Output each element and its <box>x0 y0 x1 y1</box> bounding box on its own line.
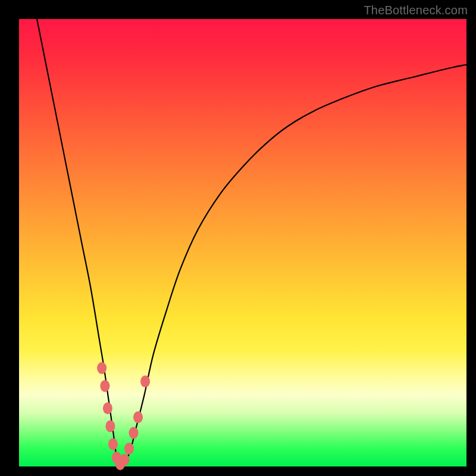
sample-point <box>108 438 118 450</box>
sample-point <box>124 443 134 455</box>
plot-area <box>19 19 466 466</box>
sample-point <box>103 402 112 414</box>
sample-point <box>129 427 139 439</box>
sample-point <box>97 362 107 374</box>
sample-point <box>140 375 150 387</box>
chart-svg <box>19 19 466 466</box>
sample-point <box>133 411 143 423</box>
bottleneck-curve <box>37 19 466 466</box>
sample-point <box>105 420 115 432</box>
sample-point <box>120 454 129 466</box>
sample-point <box>100 380 109 392</box>
attribution-label: TheBottleneck.com <box>364 4 468 17</box>
chart-frame: TheBottleneck.com <box>0 0 476 476</box>
